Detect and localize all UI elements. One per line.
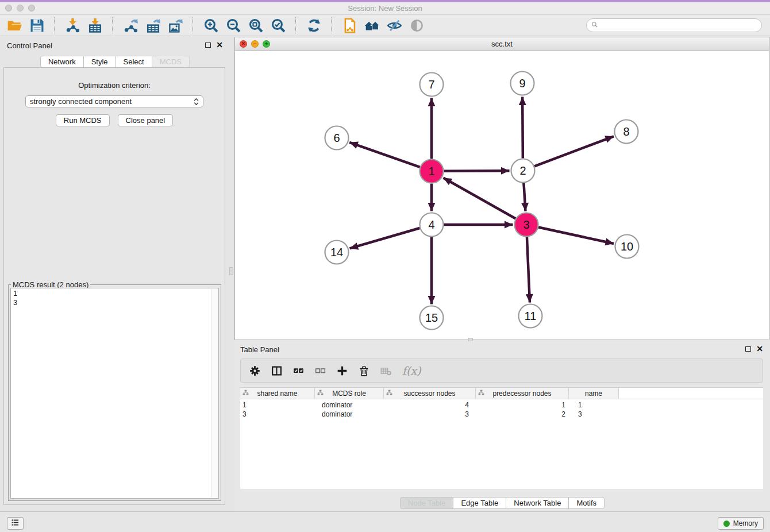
tab-edge-table[interactable]: Edge Table (453, 497, 506, 509)
table-cell[interactable]: dominator (315, 400, 384, 410)
fx-icon: f(x) (402, 364, 421, 377)
graph-edge-3-1[interactable] (443, 178, 515, 219)
deselect-all-icon[interactable] (315, 365, 326, 376)
export-image-icon[interactable] (167, 17, 184, 34)
graph-edge-4-14[interactable] (350, 228, 420, 248)
table-body: 1dominator4113dominator323 (240, 399, 763, 419)
graph-edge-2-3[interactable] (523, 183, 525, 211)
search-input[interactable] (601, 21, 757, 30)
column-header-MCDS-role[interactable]: MCDS role (315, 388, 384, 399)
graph-node-11[interactable]: 11 (519, 304, 542, 328)
network-window-title: scc.txt (235, 40, 769, 48)
table-cell[interactable]: dominator (315, 410, 384, 419)
trash-icon[interactable] (359, 365, 369, 376)
zoom-in-icon[interactable] (202, 17, 220, 34)
network-canvas[interactable]: 7968124314101511 (235, 51, 769, 340)
refresh-icon[interactable] (305, 17, 322, 34)
document-network-icon[interactable] (341, 17, 358, 34)
graph-node-2[interactable]: 2 (511, 159, 535, 183)
export-network-icon[interactable] (122, 17, 139, 34)
open-folder-icon[interactable] (6, 17, 23, 34)
graph-edge-3-10[interactable] (538, 228, 614, 244)
node-table: shared nameMCDS rolesuccessor nodesprede… (240, 387, 763, 489)
graph-node-4[interactable]: 4 (420, 213, 444, 237)
zoom-fit-icon[interactable] (247, 17, 264, 34)
graph-edge-2-9[interactable] (522, 97, 523, 158)
svg-text:15: 15 (425, 311, 438, 324)
dropdown-stepper-icon (194, 97, 199, 106)
mcds-result-textarea[interactable]: 13 (10, 288, 219, 499)
zoom-out-icon[interactable] (225, 17, 242, 34)
tab-network[interactable]: Network (40, 56, 84, 68)
import-network-icon[interactable] (64, 17, 81, 34)
close-table-panel-icon[interactable]: ✕ (756, 345, 763, 352)
main-toolbar (0, 15, 770, 36)
table-row[interactable]: 1dominator411 (240, 400, 763, 410)
float-panel-icon[interactable] (205, 43, 211, 48)
hierarchy-icon (242, 390, 249, 396)
graph-node-3[interactable]: 3 (515, 213, 538, 237)
toolbar-separator (295, 17, 297, 33)
table-row[interactable]: 3dominator323 (240, 410, 763, 419)
graph-node-1[interactable]: 1 (420, 160, 444, 183)
add-column-icon[interactable] (337, 365, 348, 376)
graph-node-15[interactable]: 15 (420, 306, 444, 330)
column-header-predecessor-nodes[interactable]: predecessor nodes (476, 388, 569, 399)
run-mcds-button[interactable]: Run MCDS (56, 114, 110, 126)
table-cell[interactable]: 4 (384, 400, 476, 410)
mcds-result-lines: 13 (13, 289, 216, 307)
table-cell[interactable]: 3 (569, 410, 619, 419)
import-table-icon[interactable] (86, 17, 103, 34)
table-cell[interactable]: 2 (476, 410, 569, 419)
table-cell[interactable]: 1 (240, 400, 315, 410)
graph-edge-2-8[interactable] (534, 136, 614, 166)
double-home-icon[interactable] (363, 17, 380, 34)
column-header-name[interactable]: name (569, 388, 619, 399)
hierarchy-icon (317, 390, 324, 396)
table-cell[interactable]: 3 (240, 410, 315, 419)
graph-edge-1-6[interactable] (349, 142, 420, 167)
table-cell[interactable]: 1 (476, 400, 569, 410)
tab-node-table[interactable]: Node Table (400, 497, 454, 509)
control-panel-title: Control Panel (7, 41, 52, 50)
hide-eye-icon[interactable] (386, 17, 403, 34)
graph-node-14[interactable]: 14 (325, 241, 349, 264)
split-columns-icon[interactable] (271, 365, 282, 376)
export-table-icon[interactable] (144, 17, 161, 34)
save-icon[interactable] (28, 17, 45, 34)
graph-node-6[interactable]: 6 (325, 126, 349, 150)
column-header-successor-nodes[interactable]: successor nodes (384, 388, 476, 399)
graph-node-8[interactable]: 8 (615, 120, 638, 144)
memory-button[interactable]: Memory (718, 517, 764, 530)
zoom-selected-icon[interactable] (270, 17, 287, 34)
table-cell[interactable]: 3 (384, 410, 476, 419)
graph-node-7[interactable]: 7 (420, 73, 444, 97)
svg-text:4: 4 (428, 218, 434, 231)
tab-motifs[interactable]: Motifs (568, 497, 605, 509)
select-all-icon[interactable] (293, 365, 304, 376)
column-header-shared-name[interactable]: shared name (240, 388, 315, 399)
memory-status-icon (723, 521, 730, 527)
close-panel-button[interactable]: Close panel (118, 114, 174, 126)
table-header-row: shared nameMCDS rolesuccessor nodesprede… (240, 388, 763, 399)
float-table-panel-icon[interactable] (745, 346, 751, 352)
graph-edge-3-11[interactable] (527, 237, 530, 302)
toolbar-separator (54, 17, 55, 33)
search-box[interactable] (586, 18, 762, 32)
table-panel-title: Table Panel (240, 345, 279, 354)
table-panel: Table Panel ✕ f(x) shared nameMCDS roles… (234, 341, 770, 511)
optimization-criterion-select[interactable]: strongly connected component (25, 95, 203, 107)
close-panel-icon[interactable]: ✕ (216, 41, 223, 48)
task-history-button[interactable] (7, 517, 24, 530)
graph-node-9[interactable]: 9 (511, 72, 534, 95)
graph-edge-1-2[interactable] (444, 171, 509, 171)
tab-select[interactable]: Select (116, 56, 152, 68)
table-cell[interactable]: 1 (569, 400, 619, 410)
gear-icon[interactable] (249, 365, 260, 376)
toolbar-separator (331, 17, 332, 33)
graph-node-10[interactable]: 10 (615, 235, 639, 259)
tab-network-table[interactable]: Network Table (506, 497, 569, 509)
vertical-splitter-handle[interactable] (229, 267, 233, 275)
tab-mcds[interactable]: MCDS (152, 56, 190, 68)
tab-style[interactable]: Style (83, 56, 116, 68)
